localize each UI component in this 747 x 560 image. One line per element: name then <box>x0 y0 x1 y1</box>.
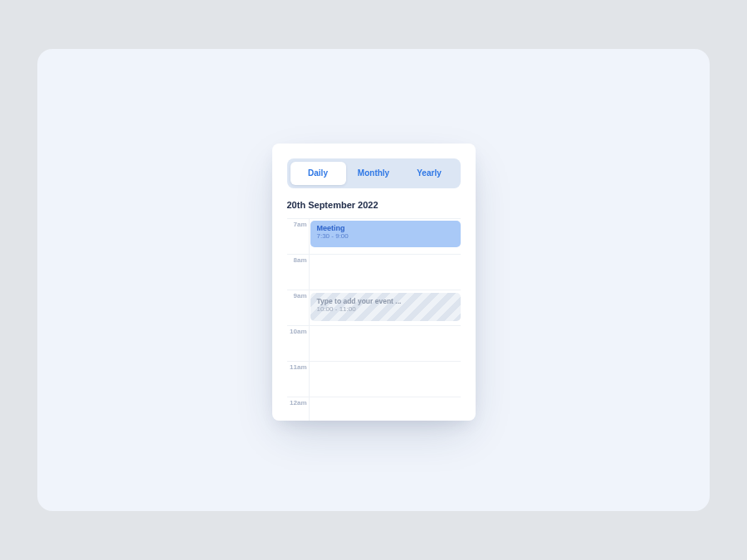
hour-label: 12am <box>287 399 307 407</box>
day-timeline[interactable]: 7am 8am 9am 10am 11am 12am <box>287 218 461 421</box>
hour-label: 7am <box>287 221 307 228</box>
hour-separator <box>309 219 310 254</box>
hour-label: 10am <box>287 328 307 335</box>
events-layer: Meeting 7:30 - 9:00 Type to add your eve… <box>310 218 461 421</box>
hour-label: 9am <box>287 292 307 299</box>
tab-yearly[interactable]: Yearly <box>402 162 457 185</box>
hour-separator <box>309 326 310 361</box>
calendar-card: Daily Monthly Yearly 20th September 2022… <box>272 144 476 421</box>
hour-label: 11am <box>287 363 307 371</box>
hour-separator <box>309 255 310 290</box>
tab-monthly[interactable]: Monthly <box>346 162 402 185</box>
outer-canvas: Daily Monthly Yearly 20th September 2022… <box>37 49 710 511</box>
event-draft[interactable]: Type to add your event ... 10:00 - 11:00 <box>310 293 461 321</box>
event-time: 7:30 - 9:00 <box>317 232 454 241</box>
event-time: 10:00 - 11:00 <box>317 305 454 314</box>
hour-label: 8am <box>287 256 307 264</box>
hour-separator <box>309 397 310 421</box>
event-meeting[interactable]: Meeting 7:30 - 9:00 <box>310 221 461 247</box>
view-segmented-control: Daily Monthly Yearly <box>287 158 461 188</box>
current-date: 20th September 2022 <box>287 200 461 210</box>
hour-separator <box>309 290 310 325</box>
tab-daily[interactable]: Daily <box>290 162 346 185</box>
hour-separator <box>309 362 310 397</box>
event-title: Meeting <box>317 225 454 233</box>
event-placeholder[interactable]: Type to add your event ... <box>317 297 454 305</box>
